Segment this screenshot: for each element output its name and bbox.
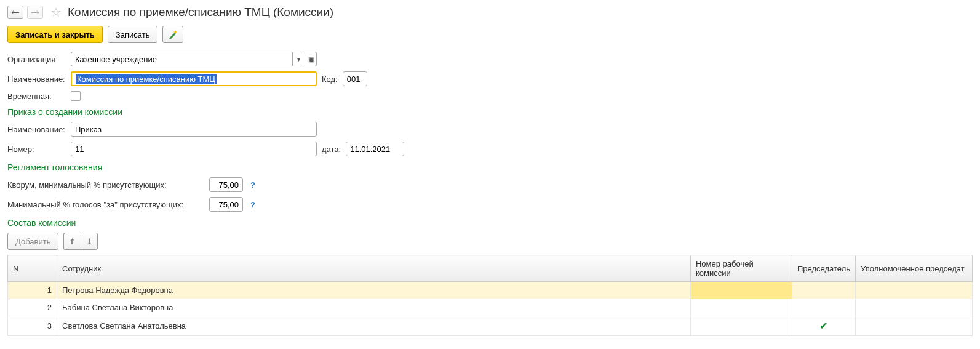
order-no-label: Номер:	[7, 145, 66, 154]
quorum-help-icon[interactable]: ?	[250, 180, 255, 190]
org-dropdown-button[interactable]: ▾	[292, 52, 305, 66]
name-input[interactable]: Комиссия по приемке/списанию ТМЦ	[71, 71, 317, 86]
cell-auth-chair[interactable]	[856, 299, 973, 316]
cell-n[interactable]: 1	[8, 282, 57, 299]
members-section-title: Состав комиссии	[7, 218, 973, 228]
favorite-star-icon[interactable]: ☆	[50, 5, 62, 20]
add-member-button[interactable]: Добавить	[7, 233, 58, 250]
arrow-up-icon: ⬆	[69, 237, 76, 246]
order-name-label: Наименование:	[7, 125, 66, 134]
order-section-title: Приказ о создании комиссии	[7, 107, 973, 117]
table-row[interactable]: 2Бабина Светлана Викторовна	[8, 299, 973, 316]
move-up-button[interactable]: ⬆	[63, 233, 81, 250]
table-row[interactable]: 3Светлова Светлана Анатольевна✔	[8, 316, 973, 336]
code-input[interactable]	[343, 71, 367, 86]
col-work-no[interactable]: Номер рабочей комиссии	[690, 255, 792, 282]
min-votes-help-icon[interactable]: ?	[250, 200, 255, 209]
cell-employee[interactable]: Бабина Светлана Викторовна	[57, 299, 691, 316]
cell-work-no[interactable]	[690, 299, 792, 316]
quorum-label: Кворум, минимальный % присутствующих:	[7, 180, 204, 190]
save-close-button[interactable]: Записать и закрыть	[7, 26, 103, 43]
temp-label: Временная:	[7, 92, 66, 101]
temp-checkbox[interactable]	[71, 91, 81, 101]
cell-chair[interactable]	[792, 299, 855, 316]
org-input[interactable]	[71, 52, 292, 66]
cell-auth-chair[interactable]	[856, 282, 973, 299]
col-chair[interactable]: Председатель	[792, 255, 855, 282]
code-label: Код:	[322, 74, 338, 84]
min-votes-input[interactable]	[209, 197, 243, 212]
cell-work-no[interactable]	[690, 316, 792, 336]
cell-auth-chair[interactable]	[856, 316, 973, 336]
cell-employee[interactable]: Петрова Надежда Федоровна	[57, 282, 691, 299]
voting-section-title: Регламент голосования	[7, 162, 973, 172]
min-votes-label: Минимальный % голосов "за" присутствующи…	[7, 200, 204, 209]
arrow-down-icon: ⬇	[86, 237, 93, 246]
cell-chair[interactable]	[792, 282, 855, 299]
order-date-label: дата:	[322, 145, 341, 154]
order-no-input[interactable]	[71, 142, 317, 156]
order-date-input[interactable]	[346, 142, 404, 156]
nav-forward-button[interactable]: 🡒	[27, 6, 43, 19]
save-button[interactable]: Записать	[108, 26, 158, 43]
cell-n[interactable]: 3	[8, 316, 57, 336]
cell-work-no[interactable]	[690, 282, 792, 299]
order-name-input[interactable]	[71, 122, 317, 137]
col-n[interactable]: N	[8, 255, 57, 282]
col-auth-chair[interactable]: Уполномоченное председат	[856, 255, 973, 282]
page-title: Комиссия по приемке/списанию ТМЦ (Комисс…	[68, 6, 333, 19]
nav-back-button[interactable]: 🡐	[7, 6, 23, 19]
check-icon: ✔	[819, 321, 827, 331]
move-down-button[interactable]: ⬇	[81, 233, 98, 250]
col-employee[interactable]: Сотрудник	[57, 255, 691, 282]
table-row[interactable]: 1Петрова Надежда Федоровна	[8, 282, 973, 299]
wizard-button[interactable]	[162, 26, 183, 43]
members-table[interactable]: N Сотрудник Номер рабочей комиссии Предс…	[7, 255, 973, 336]
org-open-button[interactable]: ▣	[305, 52, 317, 66]
cell-n[interactable]: 2	[8, 299, 57, 316]
name-input-selection: Комиссия по приемке/списанию ТМЦ	[76, 74, 217, 84]
wand-icon	[168, 30, 178, 39]
cell-employee[interactable]: Светлова Светлана Анатольевна	[57, 316, 691, 336]
quorum-input[interactable]	[209, 177, 243, 192]
org-label: Организация:	[7, 55, 66, 64]
name-label: Наименование:	[7, 74, 66, 84]
cell-chair[interactable]: ✔	[792, 316, 855, 336]
